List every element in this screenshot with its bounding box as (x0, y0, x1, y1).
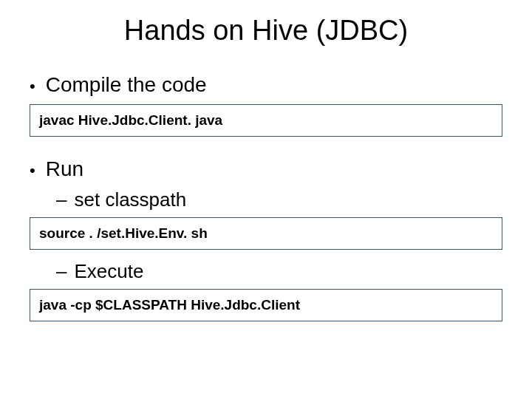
page-title: Hands on Hive (JDBC) (0, 15, 532, 47)
code-box-compile: javac Hive.Jdbc.Client. java (30, 104, 502, 137)
code-run-text: java -cp $CLASSPATH Hive.Jdbc.Client (39, 297, 300, 313)
content-area: • Compile the code javac Hive.Jdbc.Clien… (0, 73, 532, 321)
bullet-run-label: Run (46, 157, 83, 181)
code-box-run: java -cp $CLASSPATH Hive.Jdbc.Client (30, 289, 502, 321)
bullet-dash-icon: – (56, 188, 66, 211)
bullet-execute-label: Execute (74, 260, 143, 283)
bullet-dash-icon: – (56, 260, 66, 283)
bullet-dot-icon: • (30, 160, 35, 181)
code-source-text: source . /set.Hive.Env. sh (39, 225, 208, 241)
code-box-source: source . /set.Hive.Env. sh (30, 217, 502, 250)
bullet-execute: – Execute (56, 260, 502, 283)
bullet-setclasspath: – set classpath (56, 188, 502, 211)
slide: Hands on Hive (JDBC) • Compile the code … (0, 0, 532, 399)
code-compile-text: javac Hive.Jdbc.Client. java (39, 112, 222, 128)
bullet-compile-label: Compile the code (46, 73, 207, 97)
bullet-setclasspath-label: set classpath (74, 188, 186, 211)
bullet-compile: • Compile the code (30, 73, 502, 97)
bullet-run: • Run (30, 157, 502, 181)
bullet-dot-icon: • (30, 76, 35, 97)
